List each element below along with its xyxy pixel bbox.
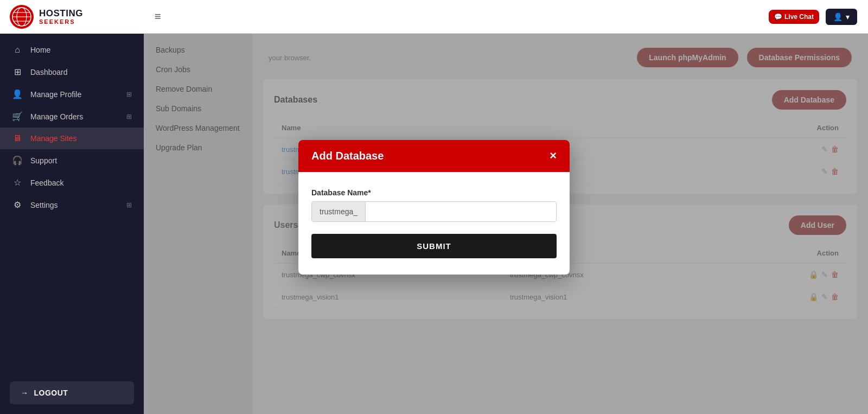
db-name-prefix: trustmega_ [312, 202, 366, 221]
submit-label: SUBMIT [417, 241, 451, 251]
db-name-label: Database Name* [311, 188, 557, 197]
submit-button[interactable]: SUBMIT [311, 234, 557, 258]
add-database-modal: Add Database × Database Name* trustmega_… [298, 140, 570, 275]
db-name-input-group: trustmega_ [311, 201, 557, 222]
db-name-input[interactable] [366, 202, 556, 221]
close-icon: × [550, 149, 557, 162]
content-area: Backups Cron Jobs Remove Domain Sub Doma… [144, 34, 868, 414]
modal-backdrop: Add Database × Database Name* trustmega_… [144, 34, 868, 414]
modal-close-button[interactable]: × [550, 150, 557, 162]
modal-header: Add Database × [298, 140, 570, 172]
modal-title: Add Database [311, 150, 384, 162]
main-area: ≡ 💬 Live Chat 👤 ▾ Backups Cron Jobs Remo… [144, 0, 868, 414]
modal-body: Database Name* trustmega_ SUBMIT [298, 172, 570, 275]
